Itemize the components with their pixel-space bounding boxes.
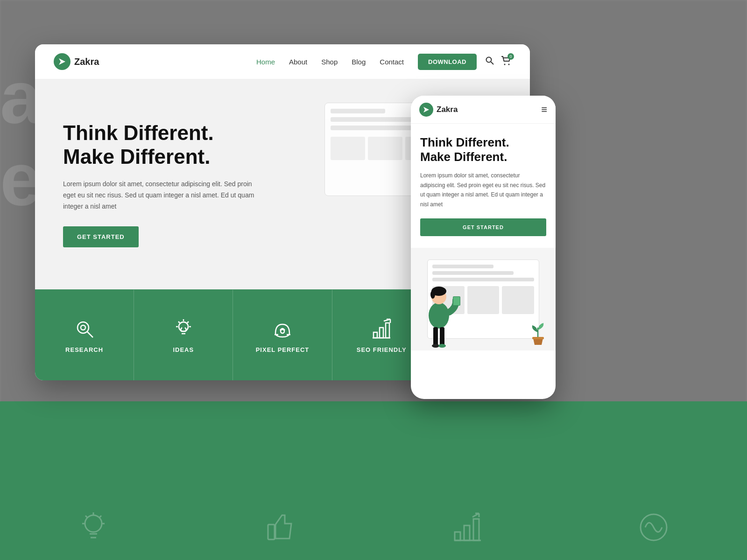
- mobile-menu-icon[interactable]: ≡: [541, 104, 547, 116]
- svg-rect-37: [440, 327, 444, 346]
- hero-content: Think Different. Make Different. Lorem i…: [63, 121, 259, 247]
- nav-action-icons: 0: [485, 56, 511, 68]
- mobile-wf-col-3: [502, 286, 534, 314]
- mobile-illustration: [411, 248, 556, 350]
- wf-bar-2: [331, 117, 413, 122]
- svg-rect-1: [268, 525, 275, 539]
- nav-shop[interactable]: Shop: [321, 58, 338, 66]
- hero-cta-button[interactable]: GET STARTED: [63, 226, 139, 247]
- nav-home[interactable]: Home: [256, 58, 275, 66]
- ideas-icon: [172, 317, 195, 341]
- seo-icon: [370, 317, 393, 341]
- logo-text: Zakra: [74, 56, 99, 67]
- svg-point-9: [508, 63, 510, 65]
- svg-point-22: [81, 325, 85, 330]
- svg-rect-4: [473, 519, 479, 540]
- feature-seo-label: SEO FRIENDLY: [357, 346, 407, 353]
- svg-point-0: [85, 515, 102, 532]
- svg-point-33: [430, 290, 435, 299]
- plant-decoration: [528, 321, 549, 348]
- nav-contact[interactable]: Contact: [380, 58, 404, 66]
- svg-rect-27: [386, 323, 389, 338]
- cart-icon[interactable]: 0: [501, 56, 511, 68]
- svg-point-23: [179, 322, 188, 331]
- feature-research-label: RESEARCH: [65, 346, 103, 353]
- feature-pixel-perfect: PIXEL PERFECT: [233, 290, 332, 380]
- bg-chart-icon: [444, 504, 490, 551]
- wf-bar-1: [331, 109, 385, 113]
- logo-icon: [54, 53, 70, 70]
- hero-description: Lorem ipsum dolor sit amet, consectetur …: [63, 179, 259, 212]
- research-icon: [73, 317, 96, 341]
- mobile-hero-description: Lorem ipsum dolor sit amet, consectetur …: [420, 171, 546, 209]
- mobile-logo-icon: [419, 103, 433, 117]
- pixel-perfect-icon: [271, 317, 294, 341]
- mobile-hero: Think Different. Make Different. Lorem i…: [411, 124, 556, 248]
- mobile-navbar: Zakra ≡: [411, 96, 556, 124]
- mobile-wf-row-1: [432, 265, 493, 268]
- nav-links: Home About Shop Blog Contact: [256, 58, 404, 66]
- svg-point-6: [486, 57, 492, 62]
- feature-research: RESEARCH: [35, 290, 134, 380]
- feature-ideas-label: IDEAS: [173, 346, 194, 353]
- mobile-character-illustration: [416, 276, 462, 350]
- nav-blog[interactable]: Blog: [352, 58, 366, 66]
- svg-rect-2: [455, 532, 460, 540]
- mobile-wf-row-2: [432, 271, 514, 275]
- bg-lightbulb-icon: [70, 504, 117, 551]
- desktop-navbar: Zakra Home About Shop Blog Contact DOWNL…: [35, 44, 530, 79]
- svg-point-38: [432, 344, 439, 348]
- cart-badge: 0: [507, 53, 514, 60]
- download-button[interactable]: DOWNLOAD: [418, 54, 477, 70]
- mobile-wf-col-2: [467, 286, 500, 314]
- mobile-logo[interactable]: Zakra: [419, 103, 541, 117]
- nav-about[interactable]: About: [289, 58, 307, 66]
- svg-rect-3: [464, 525, 470, 540]
- svg-point-20: [78, 322, 89, 333]
- mobile-mockup: Zakra ≡ Think Different. Make Different.…: [411, 96, 556, 399]
- svg-line-21: [87, 332, 93, 337]
- svg-point-30: [429, 302, 449, 329]
- feature-pixel-perfect-label: PIXEL PERFECT: [256, 346, 310, 353]
- mobile-hero-title: Think Different. Make Different.: [420, 135, 546, 164]
- desktop-logo[interactable]: Zakra: [54, 53, 99, 70]
- svg-line-7: [491, 62, 494, 64]
- svg-rect-25: [374, 332, 377, 338]
- background-icons: [0, 504, 747, 551]
- mobile-logo-text: Zakra: [437, 105, 458, 114]
- search-icon[interactable]: [485, 56, 494, 68]
- bg-design-icon: [630, 504, 677, 551]
- bg-thumbsup-icon: [257, 504, 303, 551]
- svg-point-8: [504, 63, 506, 65]
- hero-title: Think Different. Make Different.: [63, 121, 259, 168]
- wf-cell-1: [331, 137, 365, 160]
- mobile-hero-cta-button[interactable]: GET STARTED: [420, 218, 546, 236]
- svg-point-24: [281, 329, 284, 333]
- wf-cell-2: [368, 137, 402, 160]
- svg-rect-40: [532, 337, 544, 339]
- feature-ideas: IDEAS: [134, 290, 233, 380]
- svg-rect-36: [433, 327, 438, 346]
- svg-rect-35: [453, 297, 460, 305]
- svg-point-39: [438, 344, 446, 348]
- svg-rect-26: [380, 328, 383, 338]
